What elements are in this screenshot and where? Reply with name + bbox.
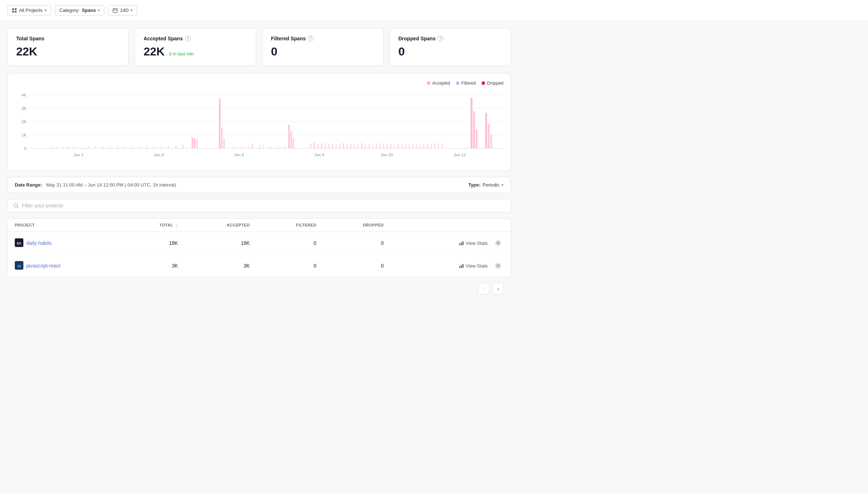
svg-rect-30	[168, 146, 169, 148]
svg-rect-55	[379, 143, 380, 148]
main-content: Total Spans 22K Accepted Spans ? 22K 0 i…	[0, 21, 518, 307]
dropped-info-icon[interactable]: ?	[438, 36, 443, 41]
dropped-cell: 0	[324, 232, 391, 255]
svg-rect-25	[219, 99, 221, 148]
svg-rect-105	[459, 243, 460, 245]
svg-text:Jun 10: Jun 10	[381, 153, 393, 157]
svg-rect-113	[462, 264, 464, 268]
svg-rect-92	[146, 145, 147, 148]
svg-rect-87	[109, 145, 110, 148]
svg-rect-81	[62, 145, 63, 148]
svg-rect-85	[95, 145, 96, 148]
svg-rect-93	[153, 146, 154, 148]
svg-rect-45	[343, 143, 344, 148]
svg-text:JS: JS	[17, 264, 21, 268]
all-projects-label: All Projects	[19, 8, 42, 13]
all-projects-button[interactable]: All Projects ▾	[7, 5, 51, 15]
svg-rect-38	[317, 144, 318, 148]
svg-point-114	[497, 265, 499, 267]
total-spans-value: 22K	[16, 45, 120, 58]
svg-rect-57	[387, 143, 388, 148]
accepted-cell: 18K	[185, 232, 257, 255]
project-name: daily-habits	[26, 240, 52, 246]
view-stats-button[interactable]: View Stats	[455, 261, 491, 270]
svg-rect-41	[329, 144, 330, 148]
dropped-spans-value: 0	[398, 45, 502, 58]
svg-rect-100	[277, 145, 279, 148]
col-total[interactable]: TOTAL ↓	[122, 219, 185, 232]
next-page-button[interactable]: ›	[492, 283, 504, 295]
col-accepted: ACCEPTED	[185, 219, 257, 232]
svg-rect-62	[405, 144, 406, 148]
gear-icon	[495, 263, 501, 269]
settings-button[interactable]	[493, 238, 503, 248]
svg-rect-28	[182, 145, 184, 148]
svg-rect-3	[15, 11, 17, 13]
view-stats-button[interactable]: View Stats	[455, 239, 491, 248]
svg-rect-88	[117, 145, 118, 148]
svg-point-108	[497, 242, 499, 244]
date-range-button[interactable]: 14D ▾	[108, 5, 137, 15]
legend-dropped: Dropped	[482, 81, 503, 86]
svg-rect-29	[175, 145, 176, 148]
project-avatar: EX	[15, 238, 23, 248]
accepted-info-icon[interactable]: ?	[185, 36, 191, 41]
svg-rect-107	[462, 241, 464, 245]
col-filtered: FILTERED	[257, 219, 324, 232]
dropped-spans-title: Dropped Spans ?	[398, 36, 502, 41]
legend-accepted-dot	[427, 81, 430, 85]
project-name-cell: EX daily-habits	[8, 232, 122, 255]
project-avatar: JS	[15, 261, 23, 271]
chart-svg: 4K 3K 2K 1K 0 Jun 2 Jun 4 Jun 6 Jun 8 Ju…	[15, 91, 503, 163]
project-link[interactable]: JS javascript-react	[15, 261, 115, 271]
svg-rect-35	[293, 138, 294, 148]
search-icon	[13, 203, 19, 208]
filtered-info-icon[interactable]: ?	[308, 36, 313, 41]
svg-rect-23	[194, 138, 195, 148]
svg-rect-53	[372, 145, 373, 148]
svg-text:Jun 4: Jun 4	[154, 153, 164, 157]
svg-rect-83	[73, 145, 74, 148]
svg-rect-39	[321, 143, 322, 148]
svg-text:Jun 6: Jun 6	[234, 153, 244, 157]
chevron-down-icon: ▾	[98, 8, 100, 12]
table-header-row: PROJECT TOTAL ↓ ACCEPTED FILTERED DROPPE…	[8, 219, 511, 232]
svg-rect-94	[161, 145, 162, 148]
svg-rect-111	[459, 266, 460, 268]
gear-icon	[495, 240, 501, 246]
svg-text:Jun 12: Jun 12	[454, 153, 466, 157]
svg-rect-63	[409, 144, 410, 148]
svg-rect-34	[290, 131, 292, 148]
actions-cell: View Stats	[391, 232, 511, 255]
svg-rect-27	[223, 138, 225, 148]
svg-text:EX: EX	[17, 242, 21, 245]
total-cell: 3K	[122, 255, 185, 277]
svg-rect-98	[263, 145, 264, 148]
calendar-icon	[113, 8, 118, 13]
svg-rect-50	[361, 143, 362, 148]
type-selector[interactable]: Type: Periodic ▾	[468, 182, 503, 188]
prev-page-button[interactable]: ‹	[478, 283, 489, 295]
svg-rect-78	[490, 135, 492, 148]
svg-rect-59	[394, 145, 395, 148]
svg-rect-84	[88, 146, 89, 148]
project-name-cell: JS javascript-react	[8, 255, 122, 277]
svg-rect-106	[461, 242, 462, 245]
category-value: Spans	[82, 8, 96, 13]
svg-rect-112	[461, 265, 462, 268]
svg-rect-79	[51, 145, 52, 148]
svg-rect-75	[476, 129, 478, 148]
date-label: 14D	[120, 8, 128, 13]
settings-button[interactable]	[493, 260, 503, 271]
filtered-cell: 0	[257, 232, 324, 255]
svg-rect-61	[401, 143, 402, 148]
svg-rect-44	[339, 144, 340, 148]
total-cell: 18K	[122, 232, 185, 255]
search-input[interactable]	[22, 203, 505, 208]
project-link[interactable]: EX daily-habits	[15, 238, 115, 248]
svg-rect-67	[423, 144, 424, 148]
accepted-cell: 3K	[185, 255, 257, 277]
actions-cell: View Stats	[391, 255, 511, 277]
projects-table: PROJECT TOTAL ↓ ACCEPTED FILTERED DROPPE…	[8, 219, 511, 277]
category-button[interactable]: Category: Spans ▾	[55, 5, 104, 15]
